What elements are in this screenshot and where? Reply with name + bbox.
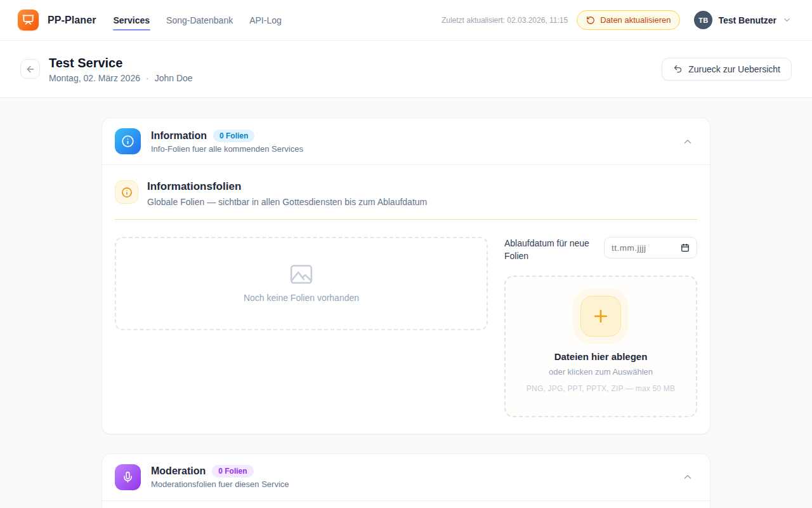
plus-icon xyxy=(580,296,621,337)
main-nav: Services Song-Datenbank API-Log xyxy=(113,2,282,39)
amber-divider xyxy=(115,219,697,220)
dot-separator: · xyxy=(146,73,149,83)
dropzone-title: Dateien hier ablegen xyxy=(514,351,687,362)
info-circle-icon xyxy=(115,128,141,154)
service-date: Montag, 02. März 2026 xyxy=(49,73,140,83)
file-dropzone[interactable]: Dateien hier ablegen oder klicken zum Au… xyxy=(504,276,697,417)
undo-arrow-icon xyxy=(673,64,683,74)
information-columns: Noch keine Folien vorhanden Ablaufdatum … xyxy=(115,237,697,417)
moderation-card: Moderation 0 Folien Moderationsfolien fu… xyxy=(102,453,710,508)
page-header: Test Service Montag, 02. März 2026 · Joh… xyxy=(0,41,812,98)
informationsfolien-subtitle: Globale Folien — sichtbar in allen Gotte… xyxy=(147,197,427,207)
information-card-title: Information xyxy=(151,130,207,142)
back-button[interactable] xyxy=(20,59,40,79)
last-updated-text: Zuletzt aktualisiert: 02.03.2026, 11:15 xyxy=(442,16,568,25)
informationsfolien-title: Informationsfolien xyxy=(147,180,427,193)
refresh-data-button[interactable]: Daten aktualisieren xyxy=(577,10,680,30)
moderation-card-subtitle: Moderationsfolien fuer diesen Service xyxy=(151,479,668,489)
presentation-icon xyxy=(22,14,34,26)
moderation-card-title: Moderation xyxy=(151,465,206,477)
dropzone-filetypes-hint: PNG, JPG, PPT, PPTX, ZIP — max 50 MB xyxy=(514,384,687,393)
dropzone-subtitle: oder klicken zum Auswählen xyxy=(514,367,687,377)
information-card: Information 0 Folien Info-Folien fuer al… xyxy=(102,117,710,434)
refresh-button-label: Daten aktualisieren xyxy=(600,15,671,25)
expiry-date-row: Ablaufdatum für neue Folien xyxy=(504,237,697,263)
information-slide-count-badge: 0 Folien xyxy=(213,130,254,142)
chevron-down-icon xyxy=(782,15,792,25)
image-placeholder-icon xyxy=(289,264,313,284)
microphone-icon xyxy=(115,464,141,490)
back-to-overview-button[interactable]: Zurueck zur Uebersicht xyxy=(662,58,792,81)
slides-empty-state: Noch keine Folien vorhanden xyxy=(115,237,488,330)
app-name: PP-Planer xyxy=(48,15,96,26)
nav-item-song-datenbank[interactable]: Song-Datenbank xyxy=(166,2,233,39)
information-card-head-text: Information 0 Folien Info-Folien fuer al… xyxy=(151,130,668,154)
information-card-body: Informationsfolien Globale Folien — sich… xyxy=(102,165,710,434)
information-collapse-button[interactable] xyxy=(678,132,697,151)
topbar-right: Zuletzt aktualisiert: 02.03.2026, 11:15 … xyxy=(442,10,792,30)
information-card-header[interactable]: Information 0 Folien Info-Folien fuer al… xyxy=(102,118,710,165)
user-menu[interactable]: TB Test Benutzer xyxy=(694,11,792,29)
arrow-left-icon xyxy=(25,64,36,74)
page-subtitle: Montag, 02. März 2026 · John Doe xyxy=(49,73,193,83)
app-logo[interactable] xyxy=(18,10,39,30)
expiry-date-input-wrapper xyxy=(604,237,697,258)
nav-item-api-log[interactable]: API-Log xyxy=(249,2,282,39)
top-navigation-bar: PP-Planer Services Song-Datenbank API-Lo… xyxy=(0,0,812,41)
refresh-icon xyxy=(586,16,595,25)
informationsfolien-section-header: Informationsfolien Globale Folien — sich… xyxy=(115,180,697,207)
info-circle-icon xyxy=(115,180,138,204)
information-right-column: Ablaufdatum für neue Folien xyxy=(504,237,697,417)
moderation-slide-count-badge: 0 Folien xyxy=(212,465,253,478)
brand: PP-Planer xyxy=(18,10,96,30)
back-to-overview-label: Zurueck zur Uebersicht xyxy=(688,64,780,74)
calendar-icon[interactable] xyxy=(681,243,690,252)
page-title-block: Test Service Montag, 02. März 2026 · Joh… xyxy=(49,55,193,83)
main-content: Information 0 Folien Info-Folien fuer al… xyxy=(0,98,812,508)
moderation-collapse-button[interactable] xyxy=(678,467,697,486)
informationsfolien-section-text: Informationsfolien Globale Folien — sich… xyxy=(147,180,427,207)
chevron-up-icon xyxy=(682,471,693,483)
nav-item-services[interactable]: Services xyxy=(113,2,151,39)
avatar: TB xyxy=(694,11,712,29)
service-author: John Doe xyxy=(155,73,193,83)
chevron-up-icon xyxy=(682,136,693,147)
expiry-date-label: Ablaufdatum für neue Folien xyxy=(504,237,595,263)
moderation-card-head-text: Moderation 0 Folien Moderationsfolien fu… xyxy=(151,465,668,489)
empty-state-text: Noch keine Folien vorhanden xyxy=(244,293,359,303)
moderation-card-body: Moderationsfolien xyxy=(102,501,710,508)
page-title: Test Service xyxy=(49,55,193,70)
user-name: Test Benutzer xyxy=(718,15,776,25)
moderation-card-header[interactable]: Moderation 0 Folien Moderationsfolien fu… xyxy=(102,454,710,501)
expiry-date-input[interactable] xyxy=(612,243,677,253)
information-card-subtitle: Info-Folien fuer alle kommenden Services xyxy=(151,144,668,154)
